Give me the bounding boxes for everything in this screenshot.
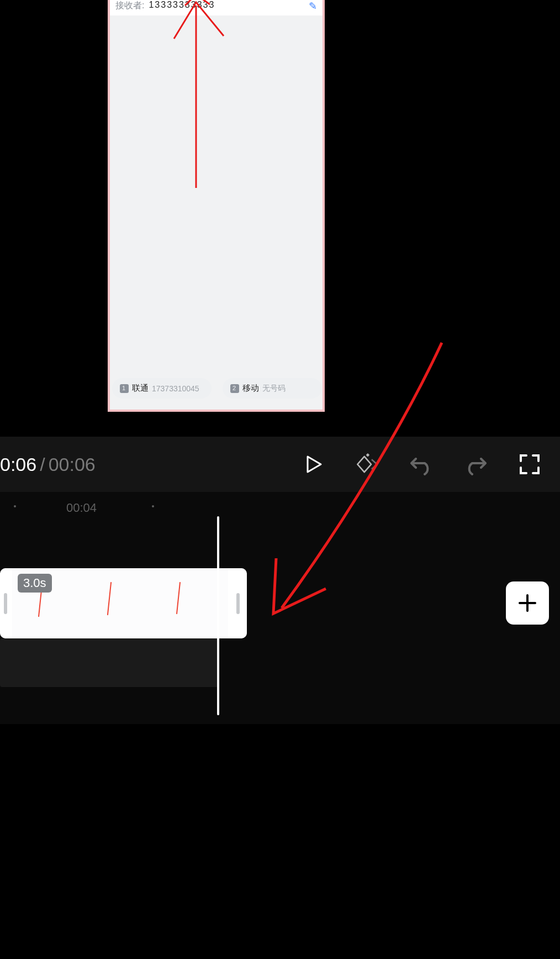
empty-track[interactable] [0, 638, 218, 687]
thumbnail-mark [107, 582, 112, 615]
recipient-value: 13333333333 [149, 0, 215, 10]
fullscreen-button[interactable] [517, 452, 542, 477]
sim-chip-2: 移动 无号码 [223, 378, 322, 399]
sim-number: 无号码 [262, 384, 286, 394]
play-button[interactable] [300, 452, 326, 477]
ruler-tick-dot [14, 505, 16, 507]
recipient-label: 接收者: [115, 0, 144, 12]
sim-chip-1: 联通 17373310045 [112, 378, 212, 399]
playhead[interactable] [217, 516, 219, 715]
redo-button[interactable] [463, 452, 488, 477]
sim-carrier: 联通 [132, 383, 149, 394]
current-time: 0:06 [0, 454, 36, 475]
edit-icon: ✎ [309, 0, 317, 12]
player-controls: 0:06 / 00:06 [0, 437, 560, 492]
clip-trim-handle-right[interactable] [229, 568, 247, 638]
ruler-tick-label: 00:04 [66, 501, 97, 515]
thumbnail-mark [176, 582, 181, 614]
keyframe-button[interactable] [355, 452, 380, 477]
add-clip-button[interactable] [506, 581, 549, 625]
sim-carrier: 移动 [242, 383, 259, 394]
preview-header: 接收者: 13333333333 ✎ [110, 0, 323, 15]
time-display: 0:06 / 00:06 [0, 454, 96, 475]
clip-duration-badge: 3.0s [18, 574, 52, 593]
ruler-tick-dot [152, 505, 154, 507]
sim-icon [230, 384, 239, 393]
preview-canvas[interactable]: 接收者: 13333333333 ✎ 联通 17373310045 移动 无号码 [108, 0, 325, 436]
clip-trim-handle-left[interactable] [0, 568, 11, 638]
sim-number: 17373310045 [152, 384, 199, 393]
preview-frame: 接收者: 13333333333 ✎ 联通 17373310045 移动 无号码 [110, 0, 323, 410]
timeline[interactable]: 00:04 3.0s [0, 492, 560, 724]
sim-chips: 联通 17373310045 移动 无号码 [110, 378, 323, 399]
sim-icon [120, 384, 129, 393]
time-separator: / [40, 454, 45, 475]
preview-frame-border: 接收者: 13333333333 ✎ 联通 17373310045 移动 无号码 [108, 0, 325, 412]
total-time: 00:06 [49, 454, 96, 475]
undo-button[interactable] [409, 452, 434, 477]
timeline-ruler[interactable]: 00:04 [0, 497, 560, 514]
